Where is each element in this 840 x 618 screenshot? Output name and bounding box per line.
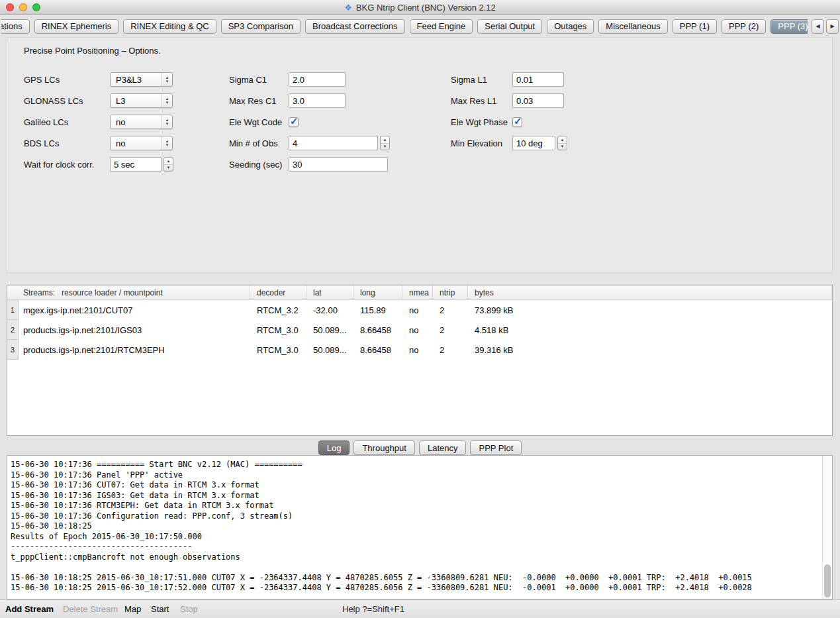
tab-label: PPP (1) xyxy=(680,21,710,31)
tab-sp3-comparison[interactable]: SP3 Comparison xyxy=(221,19,301,34)
log-line: -------------------------------------- xyxy=(11,542,820,552)
column-header-ntrip[interactable]: ntrip xyxy=(433,285,468,299)
column-header-long[interactable]: long xyxy=(353,285,402,299)
tab-rinex-ephemeris[interactable]: RINEX Ephemeris xyxy=(34,19,118,34)
tab-feed-engine[interactable]: Feed Engine xyxy=(410,19,473,34)
zoom-button[interactable] xyxy=(32,3,40,11)
field-label: Ele Wgt Code xyxy=(229,117,289,127)
cell-ntrip: 2 xyxy=(433,340,468,360)
tab-rinex-editing-qc[interactable]: RINEX Editing & QC xyxy=(123,19,216,34)
input-wait-for-clock-corr[interactable] xyxy=(110,157,162,172)
spin-down-button[interactable]: ▼ xyxy=(164,164,173,172)
stepper-min-of-obs[interactable]: ▲▼ xyxy=(380,136,390,150)
combobox-gps-lcs[interactable]: P3&L3▲▼ xyxy=(110,72,173,87)
field-label: Min # of Obs xyxy=(229,138,289,148)
combobox-value: P3&L3 xyxy=(116,75,142,85)
column-header-decoder[interactable]: decoder xyxy=(250,285,306,299)
tab-label: Broadcast Corrections xyxy=(312,21,398,31)
field-label: Min Elevation xyxy=(451,138,512,148)
tab-label: Feed Engine xyxy=(417,21,466,31)
close-button[interactable] xyxy=(6,3,14,11)
streams-table-header: Streams: resource loader / mountpointdec… xyxy=(7,285,832,300)
panel-title: Precise Point Positioning – Options. xyxy=(24,46,161,56)
tab-miscellaneous[interactable]: Miscellaneous xyxy=(598,19,667,34)
view-tab-latency[interactable]: Latency xyxy=(419,440,467,455)
input-min-of-obs[interactable] xyxy=(289,136,378,150)
column-header-nmea[interactable]: nmea xyxy=(402,285,433,299)
view-tab-log[interactable]: Log xyxy=(318,440,350,455)
field-label: Galileo LCs xyxy=(24,117,110,127)
minimize-button[interactable] xyxy=(19,3,27,11)
table-row[interactable]: 1mgex.igs-ip.net:2101/CUT07RTCM_3.2-32.0… xyxy=(7,300,832,320)
statusbar-button-map[interactable]: Map xyxy=(124,600,141,618)
tab-ppp-2[interactable]: PPP (2) xyxy=(722,19,766,34)
tab-ppp-3[interactable]: PPP (3) xyxy=(770,19,808,34)
row-number: 2 xyxy=(7,320,19,340)
form-row: GLONASS LCsL3▲▼ xyxy=(24,90,173,111)
tab-serial-output[interactable]: Serial Output xyxy=(477,19,542,34)
table-row[interactable]: 2products.igs-ip.net:2101/IGS03RTCM_3.05… xyxy=(7,320,832,340)
statusbar-button-delete-stream: Delete Stream xyxy=(63,600,118,618)
input-sigma-l1[interactable] xyxy=(512,72,564,87)
view-tab-ppp-plot[interactable]: PPP Plot xyxy=(470,440,522,455)
spin-down-button[interactable]: ▼ xyxy=(558,143,567,150)
cell-decoder: RTCM_3.0 xyxy=(250,340,306,360)
view-tab-label: Latency xyxy=(428,443,458,453)
tab-broadcast-corrections[interactable]: Broadcast Corrections xyxy=(305,19,405,34)
app-icon: ❖ xyxy=(344,3,352,13)
table-row[interactable]: 3products.igs-ip.net:2101/RTCM3EPHRTCM_3… xyxy=(7,340,832,360)
spin-up-button[interactable]: ▲ xyxy=(381,136,389,143)
tab-outages[interactable]: Outages xyxy=(547,19,594,34)
form-row: Ele Wgt Phase✓ xyxy=(451,111,567,132)
cell-lat: -32.00 xyxy=(306,300,353,320)
spin-down-button[interactable]: ▼ xyxy=(381,143,389,150)
log-line: 15-06-30 10:17:36 Configuration read: PP… xyxy=(11,511,820,522)
tab-ppp-1[interactable]: PPP (1) xyxy=(673,19,717,34)
combobox-bds-lcs[interactable]: no▲▼ xyxy=(110,136,173,150)
scrollbar-thumb[interactable] xyxy=(824,564,831,597)
field-label: Wait for clock corr. xyxy=(24,160,110,170)
spin-down-icon: ▼ xyxy=(165,101,169,105)
checkbox-ele-wgt-phase[interactable]: ✓ xyxy=(512,117,522,127)
input-max-res-c1[interactable] xyxy=(289,93,346,108)
log-scrollbar[interactable] xyxy=(822,456,832,599)
stepper-wait-for-clock-corr[interactable]: ▲▼ xyxy=(163,157,173,172)
spin-up-button[interactable]: ▲ xyxy=(558,136,567,143)
form-row: Seeding (sec) xyxy=(229,154,390,175)
form-row: Ele Wgt Code✓ xyxy=(229,111,390,132)
form-row: Wait for clock corr.▲▼ xyxy=(24,154,173,175)
input-max-res-l1[interactable] xyxy=(512,93,564,108)
combobox-value: L3 xyxy=(116,96,125,106)
tab-scroll-left-button[interactable]: ◀ xyxy=(812,19,824,34)
tab-ations[interactable]: ations xyxy=(1,19,30,34)
tab-label: RINEX Ephemeris xyxy=(42,21,111,31)
spin-up-button[interactable]: ▲ xyxy=(164,158,173,164)
input-min-elevation[interactable] xyxy=(512,136,555,150)
combobox-value: no xyxy=(116,117,125,127)
checkbox-ele-wgt-code[interactable]: ✓ xyxy=(289,117,299,127)
form-row: Sigma C1 xyxy=(229,69,390,90)
column-header-bytes[interactable]: bytes xyxy=(468,285,832,299)
combobox-galileo-lcs[interactable]: no▲▼ xyxy=(110,115,173,129)
view-tab-label: Throughput xyxy=(362,443,406,453)
cell-long: 8.66458 xyxy=(353,340,402,360)
spin-down-icon: ▼ xyxy=(167,166,171,170)
stepper-min-elevation[interactable]: ▲▼ xyxy=(557,136,567,150)
view-tab-throughput[interactable]: Throughput xyxy=(353,440,415,455)
column-header-lat[interactable]: lat xyxy=(306,285,353,299)
tab-scroll-right-button[interactable]: ▶ xyxy=(826,19,839,34)
input-seeding-sec[interactable] xyxy=(289,157,388,172)
statusbar-button-start[interactable]: Start xyxy=(151,600,169,618)
window-controls xyxy=(6,3,40,11)
column-header-mountpoint[interactable]: Streams: resource loader / mountpoint xyxy=(7,285,250,299)
combobox-value: no xyxy=(116,138,125,148)
cell-lat: 50.089... xyxy=(306,320,353,340)
log-line: t_pppClient::cmpBancroft not enough obse… xyxy=(11,552,820,563)
chevron-right-icon: ▶ xyxy=(830,23,834,29)
statusbar-button-add-stream[interactable]: Add Stream xyxy=(5,600,54,618)
cell-long: 115.89 xyxy=(353,300,402,320)
input-sigma-c1[interactable] xyxy=(289,72,346,87)
cell-bytes: 39.316 kB xyxy=(468,340,832,360)
combobox-glonass-lcs[interactable]: L3▲▼ xyxy=(110,93,173,108)
row-number: 1 xyxy=(7,300,19,320)
